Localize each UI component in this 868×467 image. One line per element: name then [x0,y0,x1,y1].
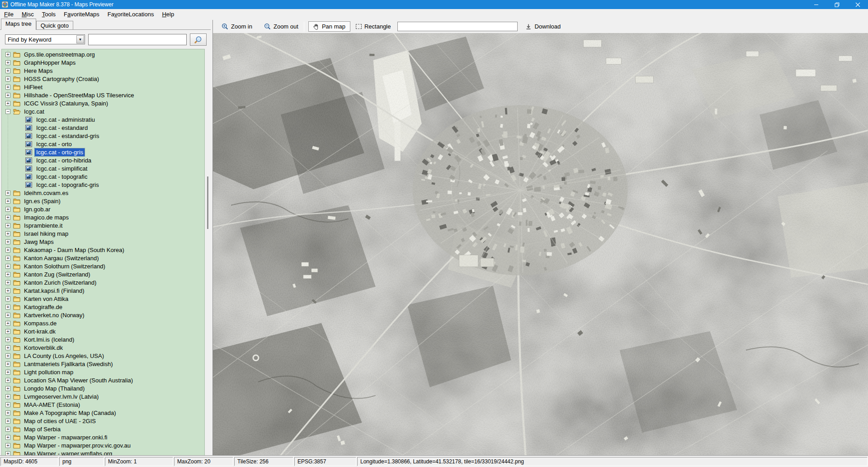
tree-item-label[interactable]: Kartogiraffe.de [23,303,64,311]
expand-icon[interactable]: + [5,435,10,440]
tree-item[interactable]: +Location SA Map Viewer (South Australia… [2,376,204,384]
tree-item-label[interactable]: Here Maps [23,67,54,75]
tree-item[interactable]: Icgc.cat - estandard [2,124,204,132]
tree-item-label[interactable]: Kanton Zurich (Switzerland) [23,279,98,286]
rectangle-button[interactable]: Rectangle [353,22,394,31]
search-button[interactable] [190,33,207,46]
expand-icon[interactable]: + [5,264,10,269]
tree-item[interactable]: +Gps.tile.openstreetmap.org [2,50,204,58]
tree-item[interactable]: +HiFleet [2,83,204,91]
tree-item-label[interactable]: Location SA Map Viewer (South Australia) [23,376,134,384]
tree-item[interactable]: +Kanton Zug (Switzerland) [2,270,204,278]
tree-item-label[interactable]: Lvmgeoserver.lvm.lv (Latvia) [23,393,100,400]
tree-item-label[interactable]: Icgc.cat - topografic-gris [35,181,100,189]
expand-icon[interactable]: + [5,239,10,244]
expand-icon[interactable]: + [5,386,10,391]
tree-item-label[interactable]: HGSS Cartography (Croatia) [23,75,100,83]
tree-item-label[interactable]: Make A Topographic Map (Canada) [23,409,118,417]
expand-icon[interactable]: + [5,443,10,448]
expand-icon[interactable]: + [5,248,10,253]
expand-icon[interactable]: + [5,337,10,342]
tree-item[interactable]: Icgc.cat - topografic [2,172,204,181]
tree-item[interactable]: Icgc.cat - topografic-gris [2,181,204,189]
expand-icon[interactable]: + [5,313,10,318]
expand-icon[interactable]: + [5,223,10,228]
tree-item[interactable]: +Map Warper - warper.wmflabs.org [2,449,204,455]
tree-item-label[interactable]: Icgc.cat - estandard-gris [35,132,100,140]
expand-icon[interactable]: + [5,52,10,57]
tree-item[interactable]: +Kanton Zurich (Switzerland) [2,278,204,286]
tree-item[interactable]: +Kartogiraffe.de [2,303,204,311]
expand-icon[interactable]: + [5,427,10,432]
expand-icon[interactable]: + [5,60,10,65]
tree-item-label[interactable]: MAA-AMET (Estonia) [23,401,81,409]
expand-icon[interactable]: + [5,93,10,98]
tree-item-label[interactable]: Kakaomap - Daum Map (South Korea) [23,246,126,254]
tree-item[interactable]: +ICGC Vissir3 (Catalunya, Spain) [2,99,204,107]
expand-icon[interactable]: + [5,256,10,261]
expand-icon[interactable]: + [5,207,10,212]
menu-help[interactable]: Help [158,10,178,19]
expand-icon[interactable]: + [5,85,10,90]
tree-item[interactable]: +GraphHopper Maps [2,58,204,67]
expand-icon[interactable]: + [5,215,10,220]
tree-item-label[interactable]: Lantmateriets Fjallkarta (Swedish) [23,360,114,368]
tree-item[interactable]: +Ign.es (Spain) [2,197,204,205]
tree-item-label[interactable]: Map Warper - mapwarper.prov.vic.gov.au [23,442,132,449]
expand-icon[interactable]: + [5,296,10,301]
tree-item-label[interactable]: LA County (Los Angeles, USA) [23,352,105,360]
expand-icon[interactable]: + [5,68,10,73]
tree-item[interactable]: +Lantmateriets Fjallkarta (Swedish) [2,360,204,368]
tree-scrollbar[interactable] [205,49,210,455]
expand-icon[interactable]: + [5,231,10,236]
tree-item-label[interactable]: Ign.gob.ar [23,205,52,213]
expand-icon[interactable]: + [5,370,10,375]
tree-item[interactable]: +Kakaomap - Daum Map (South Korea) [2,246,204,254]
expand-icon[interactable]: + [5,378,10,383]
menu-favoritemaps[interactable]: FavoriteMaps [60,10,104,19]
tree-item[interactable]: +Light pollution map [2,368,204,376]
menu-file[interactable]: File [0,10,18,19]
tree-item[interactable]: +Ideihm.covam.es [2,189,204,197]
menu-favoritelocations[interactable]: FavoriteLocations [104,10,158,19]
tree-item[interactable]: +MAA-AMET (Estonia) [2,400,204,409]
tree-item[interactable]: +Kanton Solothurn (Switzerland) [2,262,204,270]
expand-icon[interactable]: + [5,394,10,399]
tree-item-label[interactable]: Icgc.cat - topografic [35,173,89,181]
tree-item-label[interactable]: Icgc.cat - orto [35,140,73,148]
tree-item[interactable]: +Kanton Aargau (Switzerland) [2,254,204,262]
tree-item-label[interactable]: Icgc.cat - orto-hibrida [35,157,93,164]
tree-item[interactable]: +LA County (Los Angeles, USA) [2,352,204,360]
tree-item-label[interactable]: Kartverket.no (Norway) [23,311,86,319]
expand-icon[interactable]: + [5,305,10,310]
expand-icon[interactable]: + [5,76,10,81]
tree-item-label[interactable]: Ign.es (Spain) [23,197,62,205]
tree-item-label[interactable]: Kompass.de [23,319,58,327]
tree-item-label[interactable]: Karten von Attika [23,295,70,303]
tree-item[interactable]: Icgc.cat - orto [2,140,204,148]
expand-icon[interactable]: + [5,272,10,277]
tree-item[interactable]: +Hillshade - OpenStreetMap US Tileservic… [2,91,204,99]
toolbar-input[interactable] [397,22,518,31]
tree-item-label[interactable]: Israel hiking map [23,230,70,238]
collapse-icon[interactable]: − [5,109,10,114]
tree-item-label[interactable]: Light pollution map [23,368,75,376]
tree-item[interactable]: +Kort-krak.dk [2,327,204,335]
tree-item-label[interactable]: Gps.tile.openstreetmap.org [23,51,96,58]
expand-icon[interactable]: + [5,101,10,106]
find-mode-dropdown[interactable]: Find by Keyword ▼ [5,34,85,44]
tree-item[interactable]: +Map of Serbia [2,425,204,433]
expand-icon[interactable]: + [5,451,10,456]
aerial-map-canvas[interactable] [213,33,868,455]
tree-item-label[interactable]: Jawg Maps [23,238,55,246]
keyword-input[interactable] [88,34,187,45]
tree-item[interactable]: +Longdo Map (Thailand) [2,384,204,392]
tree-item-label[interactable]: Kort-krak.dk [23,328,57,335]
tree-item[interactable]: −Icgc.cat [2,107,204,115]
tab-maps-tree[interactable]: Maps tree [1,19,36,30]
tree-item-label[interactable]: Icgc.cat - estandard [35,124,89,132]
tree-item[interactable]: +Kartverket.no (Norway) [2,311,204,319]
tree-scrollbar-thumb[interactable] [207,176,208,229]
map-tree[interactable]: +Gps.tile.openstreetmap.org+GraphHopper … [1,49,205,455]
tree-item-label[interactable]: Kanton Zug (Switzerland) [23,271,92,278]
